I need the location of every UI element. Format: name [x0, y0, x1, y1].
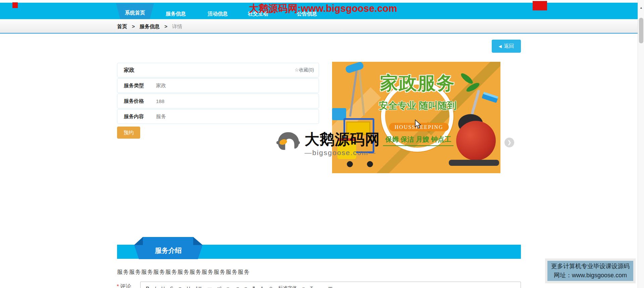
promo-box: 更多计算机专业毕设课设源码 网址：www.bigsgoose.com [545, 258, 636, 283]
breadcrumb-separator: > [132, 23, 135, 29]
ordered-list-icon[interactable]: 1≣ [196, 286, 202, 288]
cart-wheel [347, 161, 353, 167]
font-color-icon[interactable]: A [260, 286, 263, 288]
star-icon: ☆ [294, 67, 299, 73]
service-content-label: 服务内容 [124, 113, 156, 120]
subscript-icon[interactable]: x₂ [227, 286, 231, 288]
red-watermark-text: 大鹅源码网:www.bigsgoose.com [249, 2, 397, 15]
promo-line2: 网址：www.bigsgoose.com [547, 271, 633, 280]
quote-icon[interactable]: ❞ [253, 286, 255, 288]
ribbon-fold-left [134, 237, 143, 245]
mouse-cursor [415, 119, 422, 130]
breadcrumb-service-info[interactable]: 服务信息 [140, 23, 160, 29]
dropdown-arrow-icon[interactable]: ▾ [302, 286, 305, 288]
service-type-row: 服务类型 家政 [117, 78, 319, 93]
unordered-list-icon[interactable]: ≔ [207, 286, 212, 288]
vertical-scrollbar[interactable]: ▲ [638, 0, 644, 288]
required-mark: * [117, 283, 119, 288]
heading-icon[interactable]: H [187, 286, 190, 288]
service-content-value: 服务 [156, 113, 166, 120]
goose-logo-icon [275, 130, 301, 156]
highlight-icon[interactable]: ※ [269, 286, 273, 288]
favorite-button[interactable]: ☆收藏(0) [294, 67, 314, 73]
italic-icon[interactable]: I [155, 286, 156, 288]
ad-subtitle: 安全专业 随叫随到 [369, 99, 466, 112]
service-description: 服务服务服务服务服务服务服务服务服务服务服务 [117, 268, 250, 276]
service-price-value: 188 [156, 98, 164, 104]
mop-head [345, 62, 364, 74]
ad-title: 家政服务 [367, 71, 468, 96]
superscript-icon[interactable]: x² [217, 286, 221, 288]
underline-icon[interactable]: U [161, 286, 165, 288]
promo-line1: 更多计算机专业毕设课设源码 [547, 262, 633, 271]
service-title: 家政 [124, 67, 135, 74]
align-right-icon[interactable]: ≡ [245, 286, 247, 288]
sponge [482, 92, 498, 103]
paragraph-icon[interactable]: ≡ [178, 286, 181, 288]
service-price-label: 服务价格 [124, 98, 156, 104]
comment-editor[interactable]: B I U S ≡ H 1≣ ≔ x² x₂ ≡ ≡ ❞ A ※ 标准字体 ▾ … [140, 282, 521, 288]
vacuum-base [449, 160, 499, 166]
goose-watermark: 大鹅源码网 —bigsgoose.com— [275, 130, 376, 157]
breadcrumb-current: 详情 [172, 23, 182, 29]
service-title-row: 家政 ☆收藏(0) [117, 63, 319, 78]
ad-service-tags: 保姆 保洁 月嫂 钟点工 [383, 135, 453, 146]
align-left-icon[interactable]: ≡ [236, 286, 239, 288]
red-watermark-fragment-left [12, 2, 18, 8]
vacuum-body [456, 121, 496, 160]
goose-watermark-title: 大鹅源码网 [305, 130, 380, 149]
breadcrumb: 首页 > 服务信息 > 详情 [117, 19, 185, 34]
strikethrough-icon[interactable]: S [170, 286, 173, 288]
service-detail-page: 系统首页 服务信息 活动信息 社交互动 公告信息 大鹅源码网:www.bigsg… [0, 0, 644, 288]
breadcrumb-bar: 首页 > 服务信息 > 详情 [0, 19, 638, 34]
service-type-label: 服务类型 [124, 83, 156, 89]
service-type-value: 家政 [156, 83, 166, 89]
service-price-row: 服务价格 188 [117, 94, 319, 108]
breadcrumb-home[interactable]: 首页 [117, 23, 127, 29]
red-watermark-fragment-right [533, 1, 547, 10]
back-button-label: 返回 [504, 43, 514, 49]
image-icon[interactable]: ▭ [318, 286, 323, 288]
carousel-next-button[interactable]: ❯ [504, 138, 514, 147]
goose-watermark-subtitle: —bigsgoose.com— [305, 149, 380, 157]
back-arrow-icon: ◀ [498, 44, 501, 49]
favorite-label: 收藏(0) [299, 67, 314, 73]
section-title-ribbon: 服务介绍 [134, 237, 203, 259]
ribbon-fold-right [193, 237, 203, 245]
video-icon[interactable]: ▣ [328, 286, 332, 288]
service-content-row: 服务内容 服务 [117, 109, 319, 124]
scroll-up-icon[interactable]: ▲ [638, 6, 644, 9]
bold-icon[interactable]: B [146, 286, 149, 288]
scrollbar-thumb[interactable] [639, 18, 643, 43]
text-size-icon[interactable]: T [310, 286, 313, 288]
cart-wheel [367, 161, 373, 167]
editor-toolbar: B I U S ≡ H 1≣ ≔ x² x₂ ≡ ≡ ❞ A ※ 标准字体 ▾ … [141, 282, 521, 288]
reserve-button[interactable]: 预约 [117, 127, 140, 139]
font-family-select[interactable]: 标准字体 [278, 285, 297, 288]
back-button[interactable]: ◀ 返回 [492, 40, 521, 53]
comment-field-label: *评论 [117, 283, 131, 288]
breadcrumb-separator: > [164, 23, 167, 29]
